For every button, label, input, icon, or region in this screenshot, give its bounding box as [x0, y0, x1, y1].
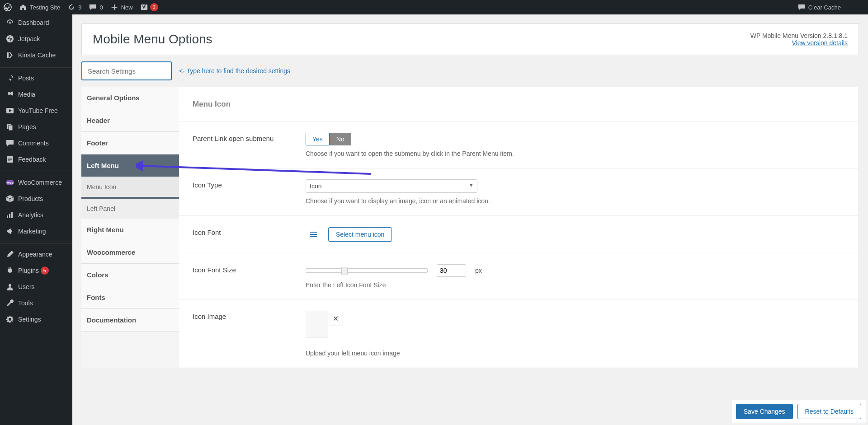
field-icon-image: Icon Image ✕ Upload your left menu icon … — [179, 300, 859, 368]
comment-alt-icon — [797, 3, 806, 11]
admin-sidebar: DashboardJetpackKinsta CachePostsMediaYo… — [0, 14, 72, 395]
comments-icon — [5, 139, 14, 148]
nav-label: Jetpack — [18, 35, 40, 42]
nav-item-plugins[interactable]: Plugins5 — [0, 262, 72, 279]
youtube-icon — [5, 106, 14, 115]
settings-tabs: General OptionsHeaderFooterLeft MenuMenu… — [81, 87, 179, 368]
nav-label: Marketing — [18, 228, 46, 235]
nav-item-feedback[interactable]: Feedback — [0, 151, 72, 168]
field-label: Icon Image — [193, 311, 306, 357]
nav-label: Feedback — [18, 156, 46, 163]
comment-count: 0 — [99, 4, 103, 11]
field-description: Choose if you want to open the submenu b… — [306, 150, 845, 157]
nav-label: YouTube Free — [18, 107, 58, 114]
main-content: Mobile Menu Options WP Mobile Menu Versi… — [72, 0, 868, 395]
tab-header[interactable]: Header — [81, 109, 179, 132]
field-description: Enter the Left Icon Font Size — [306, 281, 845, 289]
nav-label: Tools — [18, 299, 33, 307]
wp-logo-link[interactable] — [0, 0, 15, 14]
toggle-yes-button[interactable]: Yes — [306, 133, 330, 145]
field-label: Icon Font — [193, 227, 306, 242]
yoast-badge: 3 — [150, 3, 158, 11]
comments-link[interactable]: 0 — [85, 0, 106, 14]
font-size-input[interactable] — [437, 264, 466, 277]
pages-icon — [5, 122, 14, 131]
nav-label: Pages — [18, 123, 36, 131]
nav-item-posts[interactable]: Posts — [0, 70, 72, 86]
analytics-icon — [5, 210, 14, 220]
media-icon — [5, 90, 14, 99]
yoast-link[interactable]: 3 — [137, 0, 162, 14]
view-version-details-link[interactable]: View version details — [792, 39, 848, 47]
image-thumbnail-slot[interactable] — [306, 311, 328, 338]
nav-item-comments[interactable]: Comments — [0, 135, 72, 151]
tab-footer[interactable]: Footer — [81, 132, 179, 154]
new-label: New — [121, 4, 133, 11]
search-settings-input[interactable] — [81, 61, 172, 80]
field-icon-type: Icon Type Icon Choose if you want to dis… — [179, 168, 859, 216]
posts-icon — [5, 74, 14, 83]
field-label: Parent Link open submenu — [193, 133, 306, 157]
tab-colors[interactable]: Colors — [81, 264, 179, 286]
site-home-link[interactable]: Testing Site — [15, 0, 64, 14]
comment-icon — [89, 3, 97, 11]
nav-item-dashboard[interactable]: Dashboard — [0, 14, 72, 31]
nav-label: Kinsta Cache — [18, 51, 56, 59]
tab-fonts[interactable]: Fonts — [81, 286, 179, 309]
nav-label: Analytics — [18, 211, 43, 219]
nav-item-media[interactable]: Media — [0, 86, 72, 103]
field-description: Choose if you want to display an image, … — [306, 197, 845, 205]
nav-label: Dashboard — [18, 19, 49, 26]
products-icon — [5, 194, 14, 203]
nav-item-marketing[interactable]: Marketing — [0, 223, 72, 239]
nav-item-pages[interactable]: Pages — [0, 119, 72, 135]
clear-cache-label: Clear Cache — [808, 4, 841, 11]
field-label: Icon Font Size — [193, 264, 306, 289]
plus-icon — [110, 3, 118, 11]
subtab-left-panel[interactable]: Left Panel — [81, 199, 179, 219]
nav-item-users[interactable]: Users — [0, 279, 72, 295]
plugin-version-text: WP Mobile Menu Version 2.8.1.8.1 — [750, 32, 848, 39]
jetpack-icon — [5, 34, 14, 43]
updates-link[interactable]: 9 — [64, 0, 85, 14]
tab-left-menu[interactable]: Left Menu — [81, 154, 179, 177]
unit-label: px — [475, 267, 482, 274]
site-name: Testing Site — [30, 4, 60, 11]
tab-general-options[interactable]: General Options — [81, 87, 179, 109]
remove-image-button[interactable]: ✕ — [328, 311, 343, 326]
nav-label: Products — [18, 195, 43, 202]
nav-item-analytics[interactable]: Analytics — [0, 207, 72, 223]
users-icon — [5, 282, 14, 291]
home-icon — [19, 3, 27, 11]
font-size-slider[interactable] — [306, 268, 428, 273]
update-count: 9 — [78, 4, 81, 11]
search-hint: <- Type here to find the desired setting… — [179, 67, 290, 75]
field-icon-font-size: Icon Font Size px Enter the Left Icon Fo… — [179, 253, 859, 300]
new-content-link[interactable]: New — [107, 0, 137, 14]
clear-cache-link[interactable]: Clear Cache — [794, 0, 844, 14]
nav-item-woo[interactable]: WooCommerce — [0, 174, 72, 191]
nav-item-appearance[interactable]: Appearance — [0, 246, 72, 262]
select-menu-icon-button[interactable]: Select menu icon — [328, 227, 392, 242]
toggle-no-button[interactable]: No — [330, 133, 351, 145]
slider-thumb[interactable] — [341, 267, 348, 275]
tab-documentation[interactable]: Documentation — [81, 309, 179, 332]
nav-label: Posts — [18, 75, 34, 82]
nav-label: Settings — [18, 316, 41, 323]
nav-item-jetpack[interactable]: Jetpack — [0, 31, 72, 47]
tab-right-menu[interactable]: Right Menu — [81, 219, 179, 241]
settings-search-row: <- Type here to find the desired setting… — [81, 55, 859, 87]
subtab-menu-icon[interactable]: Menu Icon — [81, 177, 179, 199]
tab-woocommerce[interactable]: Woocommerce — [81, 241, 179, 264]
nav-item-youtube[interactable]: YouTube Free — [0, 103, 72, 119]
nav-item-tools[interactable]: Tools — [0, 295, 72, 311]
tools-icon — [5, 299, 14, 308]
nav-item-products[interactable]: Products — [0, 191, 72, 207]
nav-item-settings[interactable]: Settings — [0, 311, 72, 327]
nav-item-kinsta[interactable]: Kinsta Cache — [0, 47, 72, 63]
plugins-icon — [5, 266, 14, 275]
wordpress-icon — [4, 3, 12, 11]
update-icon — [67, 3, 75, 11]
nav-label: Media — [18, 91, 35, 98]
icon-type-select[interactable]: Icon — [306, 179, 477, 193]
